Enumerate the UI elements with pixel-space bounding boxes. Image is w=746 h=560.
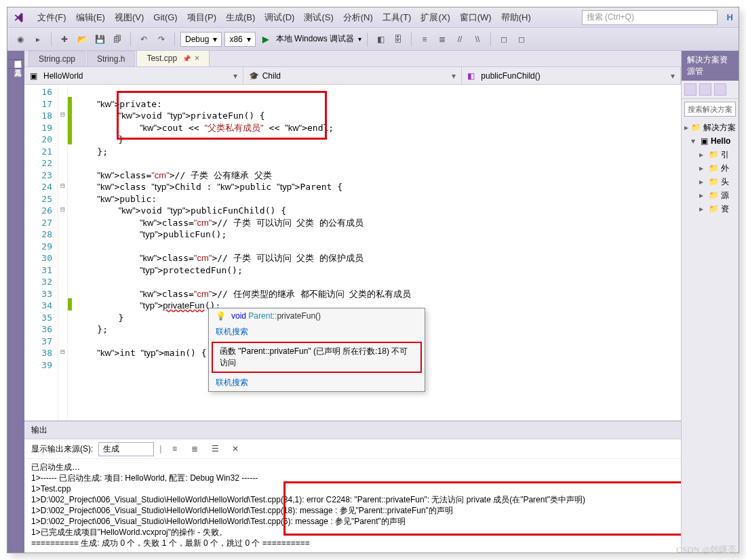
redo-icon[interactable]: ↷ [154,32,169,47]
method-icon: ◧ [467,71,477,81]
config-combo[interactable]: Debug▾ [180,32,222,47]
menu-item[interactable]: 生成(B) [222,9,259,26]
output-panel: 输出 显示输出来源(S): 生成 | ≡ ≣ ☰ ✕ 已启动生成…1>-----… [24,420,681,553]
tree-folder[interactable]: ▸📁 外 [684,161,736,175]
class-icon: 🎓 [249,71,258,81]
solution-toolbar [682,81,739,99]
bookmark-icon[interactable]: ◻ [496,32,511,47]
editor-tab[interactable]: String.cpp [28,51,85,66]
error-tooltip: 💡 void Parent::privateFun() 联机搜索 函数 "Par… [208,308,425,392]
tree-folder[interactable]: ▸📁 资 [684,202,736,216]
output-clear-icon[interactable]: ✕ [228,441,243,456]
rail-toolbox[interactable]: 工具箱 [7,60,24,68]
uncomment-icon[interactable]: \\ [470,32,485,47]
save-icon[interactable]: 💾 [92,32,107,47]
output-source-label: 显示输出来源(S): [31,443,93,455]
menu-item[interactable]: 工具(T) [378,9,416,26]
menu-item[interactable]: 分析(N) [339,9,377,26]
sync-icon[interactable] [699,83,711,96]
new-icon[interactable]: ✚ [57,32,72,47]
save-all-icon[interactable]: 🗐 [110,32,125,47]
code-editor[interactable]: 1617181920212223242526272829303132333435… [24,85,681,420]
nav-fwd-icon[interactable]: ▸ [31,32,45,47]
output-tool-icon[interactable]: ≣ [187,441,202,456]
bulb-icon: 💡 [216,311,226,321]
platform-combo[interactable]: x86▾ [224,32,255,47]
tooltip-error-text: 函数 "Parent::privateFun" (已声明 所在行数:18) 不可… [212,342,422,373]
menu-overflow: H [727,12,733,22]
output-line: 1>Test.cpp [31,483,674,494]
project-icon: ▣ [30,71,39,81]
output-line: ========== 生成: 成功 0 个，失败 1 个，最新 0 个，跳过 0… [31,538,674,548]
watermark: CSDN @韩曙亮 [676,544,737,556]
tooltip-signature: void Parent::privateFun() [231,311,321,321]
tree-folder[interactable]: ▸📁 源 [684,188,736,202]
tool-icon[interactable]: 🗄 [391,32,406,47]
output-line: 1>D:\002_Project\006_Visual_Studio\Hello… [31,516,674,527]
menu-item[interactable]: 编辑(E) [72,9,109,26]
menu-item[interactable]: Git(G) [149,9,181,25]
home-icon[interactable] [684,83,696,96]
output-line: 1>D:\002_Project\006_Visual_Studio\Hello… [31,494,674,505]
comment-icon[interactable]: // [452,32,467,47]
main-toolbar: ◉ ▸ ✚ 📂 💾 🗐 ↶ ↷ Debug▾ x86▾ ▶ 本地 Windows… [7,28,739,51]
editor-tab[interactable]: String.h [87,51,135,66]
refresh-icon[interactable] [714,83,726,96]
output-line: 1>D:\002_Project\006_Visual_Studio\Hello… [31,505,674,516]
editor-tabs: String.cppString.hTest.cpp📌× [24,51,681,67]
tree-folder[interactable]: ▸📁 头 [684,175,736,188]
pin-icon[interactable]: 📌 [182,55,191,62]
rail-server-explorer[interactable]: 服务器资源管理器 [7,51,24,60]
nav-back-icon[interactable]: ◉ [13,32,28,47]
menu-item[interactable]: 文件(F) [33,9,71,26]
indent-icon[interactable]: ≡ [417,32,432,47]
nav-scope-combo[interactable]: ▣ HelloWorld▾ [24,67,243,84]
nav-class-combo[interactable]: 🎓 Child▾ [243,67,463,84]
solution-search-input[interactable]: 搜索解决方案 [684,102,736,117]
output-source-combo[interactable]: 生成 [98,442,154,456]
tooltip-search-link-2[interactable]: 联机搜索 [216,377,248,388]
output-line: 1>已完成生成项目"HelloWorld.vcxproj"的操作 - 失败。 [31,527,674,538]
output-tool-icon[interactable]: ≡ [167,441,182,456]
run-label[interactable]: 本地 Windows 调试器 [276,33,354,45]
left-tool-rail: 服务器资源管理器 工具箱 [7,51,24,553]
menu-item[interactable]: 窗口(W) [456,9,496,26]
run-button[interactable]: ▶ [258,32,273,47]
tree-solution[interactable]: ▸📁 解决方案 [684,121,736,134]
menu-search-input[interactable]: 搜索 (Ctrl+Q) [582,10,718,25]
menu-item[interactable]: 扩展(X) [416,9,454,26]
search-placeholder: 搜索 (Ctrl+Q) [587,12,634,23]
tree-project[interactable]: ▾▣ Hello [684,134,736,148]
editor-tab[interactable]: Test.cpp📌× [136,50,210,66]
nav-func-combo[interactable]: ◧ publicFunChild()▾ [462,67,681,84]
solution-explorer: 解决方案资源管 搜索解决方案 ▸📁 解决方案 ▾▣ Hello▸📁 引▸📁 外▸… [681,51,739,553]
menu-item[interactable]: 测试(S) [300,9,337,26]
menu-item[interactable]: 帮助(H) [497,9,535,26]
output-line: 1>------ 已启动生成: 项目: HelloWorld, 配置: Debu… [31,473,674,483]
menu-bar: 文件(F)编辑(E)视图(V)Git(G)项目(P)生成(B)调试(D)测试(S… [7,7,739,28]
menu-item[interactable]: 调试(D) [260,9,298,26]
output-line: 已启动生成… [31,462,674,473]
open-icon[interactable]: 📂 [75,32,90,47]
bookmark-icon[interactable]: ◻ [514,32,529,47]
tool-icon[interactable]: ◧ [373,32,388,47]
tooltip-search-link[interactable]: 联机搜索 [216,326,248,338]
undo-icon[interactable]: ↶ [136,32,151,47]
menu-item[interactable]: 视图(V) [111,9,148,26]
output-title: 输出 [24,422,681,439]
outdent-icon[interactable]: ≣ [435,32,450,47]
solution-explorer-title: 解决方案资源管 [682,51,739,81]
vs-logo-icon [13,11,26,24]
close-icon[interactable]: × [195,54,199,63]
menu-item[interactable]: 项目(P) [183,9,220,26]
output-tool-icon[interactable]: ☰ [208,441,222,456]
tree-folder[interactable]: ▸📁 引 [684,148,736,161]
